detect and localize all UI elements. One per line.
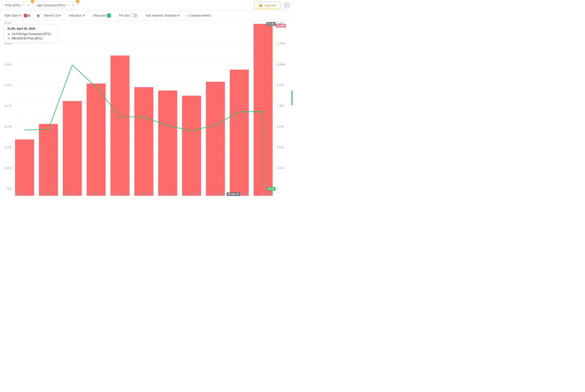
left-axis-value-6: 61.8K bbox=[1, 146, 12, 149]
axis-maxmin-chevron-icon: ▾ bbox=[178, 14, 180, 17]
tab-age-more-icon[interactable]: ⋯ bbox=[67, 4, 70, 7]
right-scroll-indicator[interactable] bbox=[292, 91, 292, 105]
right-axis-value-5: 5.44M bbox=[276, 125, 292, 128]
tab-age-close-icon[interactable]: ✕ bbox=[72, 4, 74, 7]
left-axis-value-4: 63.7K bbox=[1, 104, 12, 107]
avatar-button[interactable] bbox=[283, 2, 291, 9]
tab-age-consumed[interactable]: Age Consumed (BTC) ⋯ ✕ B bbox=[33, 2, 77, 9]
bar-22apr bbox=[63, 101, 82, 196]
tooltip-price-dot bbox=[7, 38, 10, 39]
indicators-chevron-icon: ▾ bbox=[83, 14, 85, 17]
bottom-price-badge-green: 60.6K bbox=[266, 187, 275, 191]
combine-metrics-button[interactable]: + Combine metrics bbox=[186, 14, 211, 18]
separator-3 bbox=[89, 13, 89, 18]
left-axis-value-8: 60K bbox=[1, 187, 12, 190]
bar-25apr bbox=[134, 87, 153, 196]
toolbar: Style: Bars ▾ ▦ Interval: 1d ▾ Indicator… bbox=[0, 11, 292, 20]
date-26apr: 26 Apr 24 bbox=[163, 192, 174, 195]
date-23apr: 23 Apr 24 bbox=[89, 192, 100, 195]
bar-28apr bbox=[206, 82, 225, 196]
upgrade-button[interactable]: 👑 Upgrade bbox=[254, 2, 280, 9]
separator-4 bbox=[115, 13, 115, 18]
bar-23apr bbox=[86, 84, 105, 196]
left-axis-value-2: 65.6K bbox=[1, 63, 12, 66]
left-axis-value-5: 62.8K bbox=[1, 125, 12, 128]
interval-label: Interval: 1d bbox=[44, 14, 58, 17]
tooltip-age-value: 14.37M Age Consumed (BTC) bbox=[12, 32, 51, 36]
tab-age-consumed-label: Age Consumed (BTC) bbox=[37, 4, 65, 7]
axis-maxmin-label: Axis max/min: Auto/Auto bbox=[146, 14, 177, 17]
indicators-selector[interactable]: Indicators: ▾ bbox=[67, 13, 86, 18]
show-axis-checkbox[interactable]: ✓ bbox=[107, 14, 111, 18]
tooltip-price: $60,609.50 Price (BTC) bbox=[7, 37, 54, 40]
date-20apr: 20 Apr 24 bbox=[15, 192, 26, 195]
value-badge-pink: 14.28M bbox=[275, 24, 286, 28]
left-axis-value-3: 64.6K bbox=[1, 84, 12, 86]
tooltip-age-dot bbox=[7, 34, 10, 34]
indicators-label: Indicators: bbox=[69, 14, 82, 17]
style-selector[interactable]: Style: Bars ▾ bbox=[3, 13, 22, 18]
date-27apr: 27 Apr 24 bbox=[188, 192, 199, 195]
bar-29apr bbox=[230, 70, 249, 196]
tab-more-icon[interactable]: ⋯ bbox=[22, 4, 25, 7]
right-axis-value-6: 3.62M bbox=[276, 146, 292, 149]
date-21apr: 21 Apr 24 bbox=[40, 192, 51, 195]
tooltip: 01:00, April 30, 2024 14.37M Age Consume… bbox=[4, 24, 57, 43]
bar-24apr bbox=[110, 56, 129, 196]
tab-price-btc-label: Price (BTC) bbox=[5, 4, 20, 7]
pin-axis-item[interactable]: Pin axis bbox=[117, 13, 139, 18]
right-axis-value-3: 9.07M bbox=[276, 84, 292, 86]
left-axis-value-7: 60.9K bbox=[1, 166, 12, 170]
right-axis-value-4: 7.25M bbox=[276, 104, 292, 107]
crown-icon: 👑 bbox=[258, 4, 263, 7]
color-swatch-secondary[interactable] bbox=[28, 14, 30, 17]
right-axis-value-2: 10.88M bbox=[276, 63, 292, 66]
upgrade-label: Upgrade bbox=[264, 4, 276, 7]
color-swatch[interactable] bbox=[24, 14, 27, 17]
chevron-down-icon: ▾ bbox=[19, 14, 21, 17]
show-axis-label: Show axis bbox=[93, 14, 106, 17]
left-axis-value-0: 67.5K bbox=[1, 22, 12, 24]
date-25apr: 25 Apr 24 bbox=[138, 192, 150, 195]
tab-price-btc[interactable]: Price (BTC) ⋯ ✕ B bbox=[2, 2, 32, 9]
main-chart bbox=[13, 20, 275, 196]
bar-20apr bbox=[15, 139, 34, 196]
bar-27apr bbox=[182, 96, 201, 196]
tooltip-age-consumed: 14.37M Age Consumed (BTC) bbox=[7, 32, 54, 36]
separator-5 bbox=[141, 13, 142, 18]
date-30apr: 30 Apr 24 bbox=[262, 192, 273, 195]
pin-axis-label: Pin axis bbox=[119, 14, 129, 17]
price-badge-gray: 67.3K bbox=[266, 22, 275, 26]
show-axis-item[interactable]: Show axis ✓ bbox=[91, 13, 112, 18]
interval-icon[interactable]: ▦ bbox=[35, 13, 41, 18]
axis-maxmin-selector[interactable]: Axis max/min: Auto/Auto ▾ bbox=[144, 13, 181, 18]
combine-metrics-label: Combine metrics bbox=[189, 14, 211, 17]
right-axis-value-7: 1.81M bbox=[276, 166, 292, 170]
tab-close-icon[interactable]: ✕ bbox=[27, 4, 29, 7]
plus-icon: + bbox=[186, 14, 188, 18]
date-22apr: 22 Apr 24 bbox=[64, 192, 76, 195]
left-axis: 67.5K 66.5K 65.6K 64.6K 63.7K 62.8K 61.8… bbox=[0, 20, 13, 196]
separator-1 bbox=[32, 13, 33, 18]
tabs-bar: Price (BTC) ⋯ ✕ B Age Consumed (BTC) ⋯ ✕… bbox=[0, 0, 292, 11]
interval-chevron-icon: ▾ bbox=[59, 14, 61, 17]
right-axis-value-8: 0 bbox=[276, 187, 292, 190]
bar-26apr bbox=[158, 90, 177, 196]
style-label: Style: Bars bbox=[4, 14, 18, 17]
date-24apr: 24 Apr 24 bbox=[114, 192, 125, 195]
tooltip-date: 01:00, April 30, 2024 bbox=[7, 27, 54, 30]
right-axis-value-1: 12.69M bbox=[276, 42, 292, 45]
separator-2 bbox=[65, 13, 65, 18]
pin-axis-toggle[interactable] bbox=[130, 14, 138, 18]
chart-container: 01:00, April 30, 2024 14.37M Age Consume… bbox=[0, 20, 292, 196]
bar-chart-icon: ▦ bbox=[37, 14, 40, 17]
bitcoin-badge-age: B bbox=[76, 0, 79, 3]
tooltip-price-value: $60,609.50 Price (BTC) bbox=[12, 37, 42, 40]
bottom-date-badge: 30 Apr 24 bbox=[227, 192, 240, 196]
interval-selector[interactable]: Interval: 1d ▾ bbox=[42, 13, 62, 18]
bar-21apr bbox=[39, 124, 58, 196]
date-28apr: 28 Apr 24 bbox=[212, 192, 224, 195]
separator-6 bbox=[184, 13, 184, 18]
right-axis: 14.5M 12.69M 10.88M 9.07M 7.25M 5.44M 3.… bbox=[275, 20, 292, 196]
